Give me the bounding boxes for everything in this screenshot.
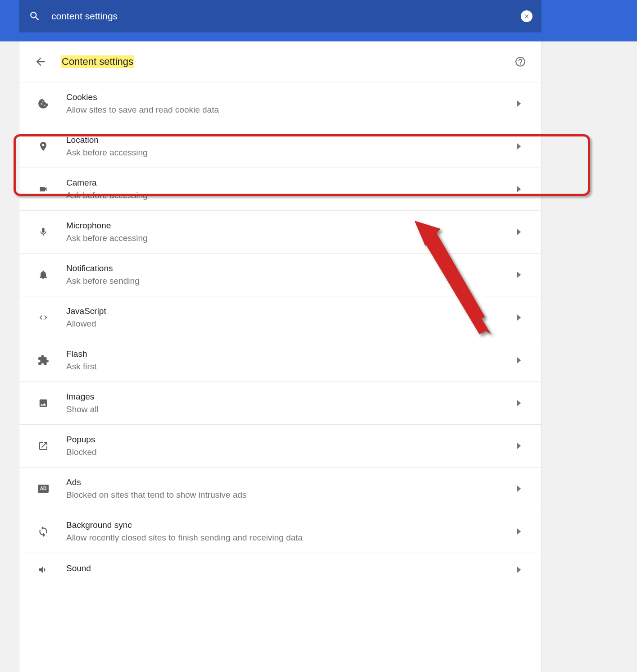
content-area: Content settings Cookies Allow sites to … [0, 41, 637, 672]
chevron-right-icon [515, 271, 523, 279]
setting-text: Ads Blocked on sites that tend to show i… [66, 477, 515, 500]
setting-row-images[interactable]: Images Show all [19, 381, 541, 424]
setting-text: JavaScript Allowed [66, 306, 515, 329]
setting-desc: Blocked on sites that tend to show intru… [66, 490, 515, 500]
setting-text: Background sync Allow recently closed si… [66, 520, 515, 543]
setting-text: Images Show all [66, 392, 515, 414]
setting-text: Microphone Ask before accessing [66, 221, 515, 243]
setting-row-flash[interactable]: Flash Ask first [19, 339, 541, 381]
setting-row-camera[interactable]: Camera Ask before accessing [19, 168, 541, 210]
setting-title: Flash [66, 349, 515, 359]
setting-text: Cookies Allow sites to save and read coo… [66, 92, 515, 115]
chevron-right-icon [515, 356, 523, 364]
search-icon [28, 9, 41, 23]
setting-row-sound[interactable]: Sound [19, 553, 541, 595]
bell-icon [36, 268, 50, 282]
setting-text: Flash Ask first [66, 349, 515, 372]
setting-desc: Ask first [66, 362, 515, 372]
content-settings-panel: Content settings Cookies Allow sites to … [19, 41, 541, 672]
image-icon [36, 396, 50, 410]
setting-row-location[interactable]: Location Ask before accessing [19, 125, 541, 168]
setting-desc: Ask before sending [66, 276, 515, 286]
setting-desc: Ask before accessing [66, 191, 515, 200]
setting-text: Location Ask before accessing [66, 135, 515, 158]
chevron-right-icon [515, 228, 523, 236]
setting-title: Microphone [66, 221, 515, 231]
chevron-right-icon [515, 527, 523, 536]
chevron-right-icon [515, 142, 523, 150]
setting-row-notifications[interactable]: Notifications Ask before sending [19, 253, 541, 296]
chevron-right-icon [515, 485, 523, 493]
setting-title: Popups [66, 435, 515, 445]
chevron-right-icon [515, 399, 523, 407]
setting-title: Images [66, 392, 515, 402]
back-button[interactable] [34, 55, 47, 68]
setting-desc: Blocked [66, 447, 515, 457]
setting-row-microphone[interactable]: Microphone Ask before accessing [19, 210, 541, 253]
chevron-right-icon [515, 566, 523, 574]
microphone-icon [36, 225, 50, 239]
setting-row-background-sync[interactable]: Background sync Allow recently closed si… [19, 510, 541, 553]
chevron-right-icon [515, 185, 523, 193]
search-input[interactable] [51, 11, 521, 22]
setting-desc: Allow sites to save and read cookie data [66, 105, 515, 115]
chevron-right-icon [515, 100, 523, 108]
setting-desc: Allow recently closed sites to finish se… [66, 533, 515, 543]
setting-row-popups[interactable]: Popups Blocked [19, 424, 541, 467]
panel-header: Content settings [19, 41, 541, 82]
setting-text: Sound [66, 563, 515, 576]
setting-text: Camera Ask before accessing [66, 178, 515, 200]
help-button[interactable] [514, 55, 527, 68]
location-icon [36, 140, 50, 153]
setting-row-ads[interactable]: AD Ads Blocked on sites that tend to sho… [19, 467, 541, 510]
code-icon [36, 311, 50, 324]
setting-text: Notifications Ask before sending [66, 263, 515, 286]
setting-desc: Show all [66, 404, 515, 414]
chevron-right-icon [515, 313, 523, 322]
setting-title: Notifications [66, 263, 515, 273]
setting-row-cookies[interactable]: Cookies Allow sites to save and read coo… [19, 82, 541, 125]
chevron-right-icon [515, 442, 523, 450]
setting-title: Cookies [66, 92, 515, 102]
page-title: Content settings [61, 55, 134, 68]
extension-icon [36, 354, 50, 367]
search-header [0, 0, 637, 41]
ads-icon: AD [36, 482, 50, 495]
sync-icon [36, 525, 50, 538]
settings-list: Cookies Allow sites to save and read coo… [19, 82, 541, 595]
search-bar[interactable] [19, 0, 541, 32]
setting-desc: Ask before accessing [66, 233, 515, 243]
sound-icon [36, 563, 50, 577]
clear-search-button[interactable] [521, 10, 532, 22]
setting-desc: Allowed [66, 319, 515, 329]
cookie-icon [36, 97, 50, 110]
setting-desc: Ask before accessing [66, 148, 515, 158]
setting-title: Sound [66, 563, 515, 573]
setting-title: JavaScript [66, 306, 515, 316]
svg-text:AD: AD [40, 486, 46, 491]
setting-title: Ads [66, 477, 515, 487]
setting-row-javascript[interactable]: JavaScript Allowed [19, 296, 541, 339]
setting-title: Location [66, 135, 515, 145]
setting-title: Camera [66, 178, 515, 188]
setting-text: Popups Blocked [66, 435, 515, 457]
popup-icon [36, 439, 50, 453]
setting-title: Background sync [66, 520, 515, 530]
camera-icon [36, 182, 50, 196]
